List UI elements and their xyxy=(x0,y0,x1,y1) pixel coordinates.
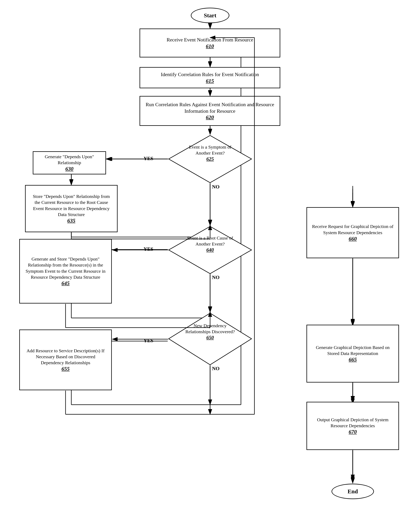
node-635: Store "Depends Upon" Relationship from t… xyxy=(25,185,118,232)
flowchart: Start Receive Event Notification From Re… xyxy=(0,0,420,523)
node-670-num: 670 xyxy=(311,429,395,435)
node-665: Generate Graphical Depiction Based on St… xyxy=(306,325,399,383)
start-label: Start xyxy=(204,12,216,19)
node-620: Run Correlation Rules Against Event Noti… xyxy=(140,96,280,126)
no-label-640: NO xyxy=(212,275,220,280)
node-670: Output Graphical Depiction of System Res… xyxy=(306,402,399,450)
node-645: Generate and Store "Depends Upon" Relati… xyxy=(19,239,112,303)
yes-label-640: YES xyxy=(144,246,153,252)
node-660-num: 660 xyxy=(311,236,395,242)
no-label-625: NO xyxy=(212,184,220,190)
node-630-text: Generate "Depends Upon" Relationship xyxy=(37,154,102,166)
diamond-650-text: New Dependency Relationships Discovered? xyxy=(181,323,239,335)
diamond-640-text: Event is a Root Cause of Another Event? xyxy=(181,235,239,247)
node-635-num: 635 xyxy=(30,218,113,224)
diamond-650-num: 650 xyxy=(181,335,239,341)
node-645-text: Generate and Store "Depends Upon" Relati… xyxy=(24,256,107,280)
diamond-650: New Dependency Relationships Discovered?… xyxy=(168,312,253,366)
node-610: Receive Event Notification From Resource… xyxy=(140,29,280,57)
start-oval: Start xyxy=(191,8,229,23)
end-oval: End xyxy=(331,484,374,499)
node-620-num: 620 xyxy=(144,114,276,120)
node-645-num: 645 xyxy=(24,280,107,286)
node-665-num: 665 xyxy=(311,357,395,363)
node-610-num: 610 xyxy=(166,43,253,49)
node-660-text: Receive Request for Graphical Depiction … xyxy=(311,224,395,236)
node-615-num: 615 xyxy=(161,78,259,84)
node-655-num: 655 xyxy=(24,366,107,372)
diamond-625-num: 625 xyxy=(181,156,239,162)
diamond-640-num: 640 xyxy=(181,247,239,253)
node-670-text: Output Graphical Depiction of System Res… xyxy=(311,417,395,429)
node-660: Receive Request for Graphical Depiction … xyxy=(306,207,399,258)
yes-label-650: YES xyxy=(144,338,153,343)
node-630: Generate "Depends Upon" Relationship 630 xyxy=(33,151,106,174)
diamond-625-text: Event is a Symptom of Another Event? xyxy=(181,144,239,156)
node-615: Identify Correlation Rules for Event Not… xyxy=(140,67,280,88)
node-635-text: Store "Depends Upon" Relationship from t… xyxy=(30,194,113,218)
node-655-text: Add Resource to Service Description(s) I… xyxy=(24,348,107,366)
no-label-650: NO xyxy=(212,366,220,372)
node-655: Add Resource to Service Description(s) I… xyxy=(19,329,112,390)
node-665-text: Generate Graphical Depiction Based on St… xyxy=(311,344,395,357)
yes-label-625: YES xyxy=(144,156,153,162)
end-label: End xyxy=(347,488,358,495)
node-610-text: Receive Event Notification From Resource xyxy=(166,37,253,43)
node-620-text: Run Correlation Rules Against Event Noti… xyxy=(144,101,276,114)
node-630-num: 630 xyxy=(37,166,102,172)
node-615-text: Identify Correlation Rules for Event Not… xyxy=(161,71,259,78)
diamond-625: Event is a Symptom of Another Event? 625 xyxy=(168,134,253,184)
diamond-640: Event is a Root Cause of Another Event? … xyxy=(168,225,253,275)
